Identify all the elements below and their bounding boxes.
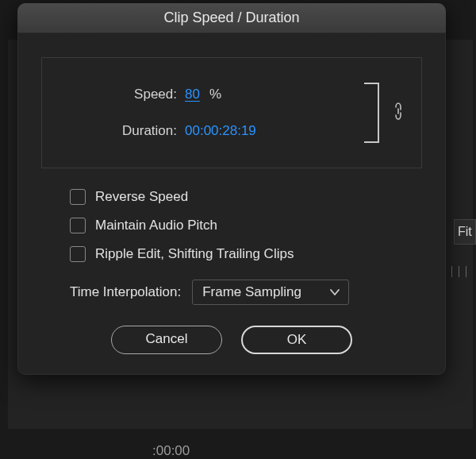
duration-value[interactable]: 00:00:28:19 bbox=[185, 123, 256, 139]
button-label: Cancel bbox=[146, 331, 188, 346]
options-checklist: Reverse Speed Maintain Audio Pitch Rippl… bbox=[41, 189, 422, 262]
speed-duration-group: Speed: 80 % Duration: 00:00:28:19 bbox=[41, 57, 422, 168]
link-icon[interactable] bbox=[393, 102, 404, 125]
checkbox-icon bbox=[70, 218, 86, 233]
checkbox-label: Maintain Audio Pitch bbox=[95, 218, 217, 233]
cancel-button[interactable]: Cancel bbox=[111, 326, 222, 354]
reverse-speed-checkbox[interactable]: Reverse Speed bbox=[70, 189, 422, 205]
maintain-audio-pitch-checkbox[interactable]: Maintain Audio Pitch bbox=[70, 218, 422, 233]
speed-label: Speed: bbox=[60, 87, 177, 102]
checkbox-label: Ripple Edit, Shifting Trailing Clips bbox=[95, 246, 294, 262]
chevron-down-icon bbox=[329, 284, 340, 300]
checkbox-label: Reverse Speed bbox=[95, 189, 188, 205]
fit-button[interactable]: Fit bbox=[454, 219, 476, 245]
dialog-title: Clip Speed / Duration bbox=[163, 10, 299, 26]
ok-button[interactable]: OK bbox=[241, 326, 352, 354]
time-interpolation-select[interactable]: Frame Sampling bbox=[192, 280, 349, 305]
checkbox-icon bbox=[70, 246, 86, 262]
dialog-title-bar[interactable]: Clip Speed / Duration bbox=[17, 3, 446, 33]
fit-label: Fit bbox=[458, 225, 472, 239]
link-bracket-icon bbox=[363, 82, 383, 144]
checkbox-icon bbox=[70, 189, 86, 205]
speed-duration-fields: Speed: 80 % Duration: 00:00:28:19 bbox=[60, 87, 353, 139]
dialog-content: Speed: 80 % Duration: 00:00:28:19 bbox=[17, 33, 446, 375]
time-interpolation-row: Time Interpolation: Frame Sampling bbox=[41, 280, 422, 305]
ripple-edit-checkbox[interactable]: Ripple Edit, Shifting Trailing Clips bbox=[70, 246, 422, 262]
select-value: Frame Sampling bbox=[202, 284, 301, 300]
timeline-ticks bbox=[451, 266, 466, 277]
button-label: OK bbox=[287, 332, 307, 347]
link-toggle-group bbox=[363, 82, 404, 144]
time-interpolation-label: Time Interpolation: bbox=[70, 284, 181, 300]
speed-value[interactable]: 80 bbox=[185, 87, 200, 102]
duration-row: Duration: 00:00:28:19 bbox=[60, 123, 353, 139]
dialog-buttons: Cancel OK bbox=[41, 326, 422, 354]
timeline-timecode: :00:00 bbox=[152, 443, 190, 459]
clip-speed-dialog: Clip Speed / Duration Speed: 80 % Durati… bbox=[17, 3, 446, 375]
speed-row: Speed: 80 % bbox=[60, 87, 353, 102]
duration-label: Duration: bbox=[60, 123, 177, 139]
speed-percent: % bbox=[209, 87, 221, 102]
